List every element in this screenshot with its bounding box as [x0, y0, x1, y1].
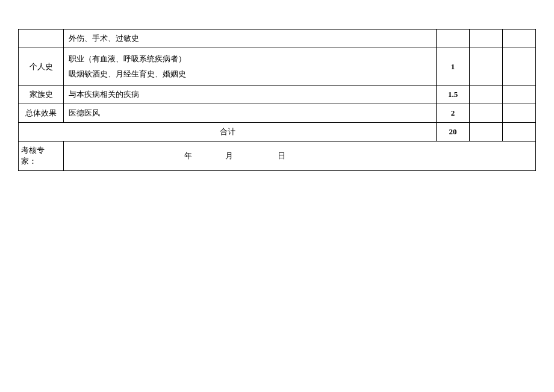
cell-empty1-family [470, 86, 503, 104]
table-row-overall: 总体效果 医德医风 2 [19, 104, 536, 123]
personal-line1: 职业（有血液、呼吸系统疾病者） [69, 52, 432, 67]
cell-empty2-family [503, 86, 536, 104]
cell-empty1-overall [470, 104, 503, 123]
table-row-family: 家族史 与本疾病相关的疾病 1.5 [19, 86, 536, 104]
table-row-total: 合计 20 [19, 123, 536, 142]
table-row-personal: 个人史 职业（有血液、呼吸系统疾病者） 吸烟钦酒史、月经生育史、婚姻史 1 [19, 48, 536, 86]
cell-content-family: 与本疾病相关的疾病 [64, 86, 437, 104]
table-row-trauma: 外伤、手术、过敏史 [19, 30, 536, 48]
cell-empty2-trauma [503, 30, 536, 48]
cell-score-personal: 1 [437, 48, 470, 86]
cell-category-personal: 个人史 [19, 48, 64, 86]
cell-category-overall: 总体效果 [19, 104, 64, 123]
cell-score-total: 20 [437, 123, 470, 142]
date-month-label: 月 [225, 151, 233, 161]
table-row-footer: 考核专家： 年 月 日 [19, 142, 536, 171]
cell-score-family: 1.5 [437, 86, 470, 104]
cell-empty1-personal [470, 48, 503, 86]
cell-empty1-trauma [470, 30, 503, 48]
cell-empty2-overall [503, 104, 536, 123]
cell-empty2-personal [503, 48, 536, 86]
cell-examiner-label: 考核专家： [19, 142, 64, 171]
cell-category-trauma [19, 30, 64, 48]
personal-line2: 吸烟钦酒史、月经生育史、婚姻史 [69, 67, 432, 82]
cell-category-family: 家族史 [19, 86, 64, 104]
cell-total-label: 合计 [19, 123, 437, 142]
cell-content-personal: 职业（有血液、呼吸系统疾病者） 吸烟钦酒史、月经生育史、婚姻史 [64, 48, 437, 86]
cell-score-overall: 2 [437, 104, 470, 123]
evaluation-table: 外伤、手术、过敏史 个人史 职业（有血液、呼吸系统疾病者） 吸烟钦酒史、月经生育… [18, 29, 536, 171]
date-day-label: 日 [278, 151, 285, 161]
cell-content-overall: 医德医风 [64, 104, 437, 123]
cell-empty1-total [470, 123, 503, 142]
date-year-label: 年 [184, 151, 192, 161]
cell-date: 年 月 日 [64, 142, 536, 171]
cell-score-trauma [437, 30, 470, 48]
cell-empty2-total [503, 123, 536, 142]
cell-content-trauma: 外伤、手术、过敏史 [64, 30, 437, 48]
